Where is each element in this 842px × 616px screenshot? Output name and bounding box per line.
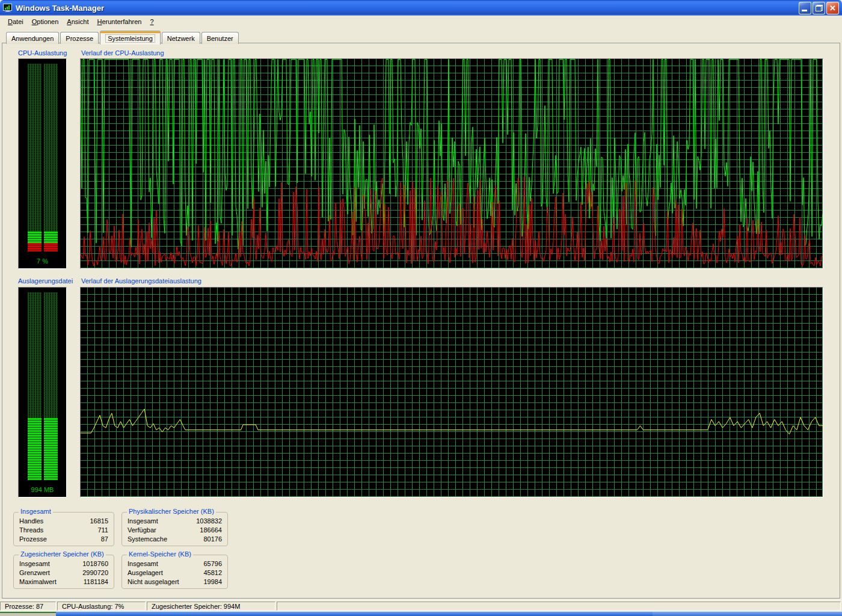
- groupbox-physical-memory: Physikalischer Speicher (KB) Insgesamt10…: [121, 512, 228, 546]
- stat-value: 80176: [203, 535, 222, 543]
- close-icon: ✕: [827, 2, 838, 14]
- menu-datei[interactable]: Datei: [4, 17, 28, 26]
- app-icon: [3, 3, 13, 13]
- restore-button[interactable]: [813, 2, 825, 14]
- stat-label: Ausgelagert: [128, 569, 163, 576]
- taskbar-tray-edge: [653, 612, 842, 616]
- status-commit-charge: Zugesicherter Speicher: 994M: [147, 602, 275, 611]
- titlebar[interactable]: Windows Task-Manager ✕: [0, 0, 842, 16]
- stat-row: Handles16815: [14, 516, 114, 525]
- tab-prozesse[interactable]: Prozesse: [60, 32, 99, 44]
- minimize-button[interactable]: [799, 2, 811, 14]
- stat-row: Systemcache80176: [122, 534, 227, 543]
- groupbox-totals-title: Insgesamt: [19, 508, 53, 515]
- groupbox-physical-memory-title: Physikalischer Speicher (KB): [127, 508, 216, 515]
- stat-label: Nicht ausgelagert: [128, 578, 179, 585]
- tab-benutzer[interactable]: Benutzer: [201, 32, 239, 44]
- cpu-history-label: Verlauf der CPU-Auslastung: [81, 49, 164, 57]
- stat-value: 1038832: [196, 517, 222, 525]
- taskbar-edge: [0, 612, 842, 616]
- stat-value: 16815: [90, 517, 108, 525]
- stat-value: 65796: [203, 560, 222, 567]
- stat-row: Verfügbar186664: [122, 525, 227, 534]
- cpu-gauge-led-columns: [28, 64, 58, 251]
- pagefile-history-chart: [80, 287, 823, 497]
- pagefile-gauge-label: Auslagerungsdatei: [18, 277, 73, 285]
- stat-label: Insgesamt: [19, 560, 50, 567]
- statusbar: Prozesse: 87 CPU-Auslastung: 7% Zugesich…: [0, 600, 842, 612]
- stat-row: Maximalwert1181184: [14, 577, 114, 586]
- groupbox-commit-charge-title: Zugesicherter Speicher (KB): [19, 550, 106, 558]
- status-filler: [277, 602, 841, 611]
- pagefile-gauge: 994 MB: [18, 287, 67, 497]
- stat-label: Insgesamt: [128, 560, 158, 567]
- window-controls: ✕: [799, 2, 839, 14]
- stat-value: 711: [97, 526, 108, 534]
- pagefile-usage-line: [81, 409, 823, 434]
- tabstrip: AnwendungenProzesseSystemleistungNetzwer…: [6, 30, 240, 44]
- tab-label: Netzwerk: [167, 35, 195, 42]
- stat-value: 1018760: [82, 560, 108, 567]
- pagefile-history-plot-area: [81, 288, 823, 497]
- pagefile-value: 994 MB: [19, 486, 66, 493]
- status-cpu-usage: CPU-Auslastung: 7%: [57, 602, 146, 611]
- stat-value: 186664: [200, 526, 222, 534]
- cpu-usage-value: 7 %: [19, 257, 66, 265]
- minimize-icon: [802, 10, 807, 11]
- tab-label: Anwendungen: [11, 35, 54, 42]
- stat-row: Insgesamt65796: [122, 559, 227, 568]
- tab-label: Benutzer: [207, 35, 233, 42]
- start-button-edge: [0, 612, 56, 616]
- cpu-history-chart: [80, 58, 823, 269]
- menubar: DateiOptionenAnsichtHerunterfahren?: [0, 16, 842, 28]
- window-title: Windows Task-Manager: [16, 4, 799, 13]
- menu-optionen[interactable]: Optionen: [28, 17, 63, 26]
- tab-label: Systemleistung: [105, 34, 155, 43]
- stat-label: Systemcache: [128, 535, 167, 543]
- pagefile-history-label: Verlauf der Auslagerungsdateiauslastung: [81, 277, 201, 285]
- groupbox-totals: Insgesamt Handles16815Threads711Prozesse…: [13, 512, 114, 546]
- pagefile-gauge-led-columns: [28, 292, 58, 480]
- groupbox-kernel-memory-title: Kernel-Speicher (KB): [127, 550, 193, 558]
- stat-value: 19984: [203, 578, 222, 585]
- stat-row: Threads711: [14, 525, 114, 534]
- stat-label: Prozesse: [19, 535, 47, 543]
- menu-help[interactable]: ?: [146, 17, 158, 26]
- tab-anwendungen[interactable]: Anwendungen: [6, 32, 59, 44]
- stat-row: Insgesamt1018760: [14, 559, 114, 568]
- windows-task-manager: { "window": { "title": "Windows Task-Man…: [0, 0, 842, 616]
- stat-label: Verfügbar: [128, 526, 156, 534]
- restore-icon: [816, 5, 823, 11]
- cpu-history-plot-area: [81, 59, 823, 268]
- stat-row: Insgesamt1038832: [122, 516, 227, 525]
- menu-herunterfahren[interactable]: Herunterfahren: [93, 17, 146, 26]
- tab-netzwerk[interactable]: Netzwerk: [162, 32, 200, 44]
- stat-label: Grenzwert: [19, 569, 50, 576]
- stat-row: Grenzwert2990720: [14, 568, 114, 577]
- menu-ansicht[interactable]: Ansicht: [63, 17, 93, 26]
- tab-systemleistung[interactable]: Systemleistung: [100, 31, 161, 45]
- tab-label: Prozesse: [66, 35, 93, 42]
- close-button[interactable]: ✕: [826, 2, 839, 14]
- cpu-usage-gauge: 7 %: [18, 58, 67, 269]
- groupbox-kernel-memory: Kernel-Speicher (KB) Insgesamt65796Ausge…: [121, 555, 228, 589]
- stat-label: Insgesamt: [128, 517, 158, 525]
- stat-row: Nicht ausgelagert19984: [122, 577, 227, 586]
- stat-value: 2990720: [82, 569, 108, 576]
- stat-value: 87: [101, 535, 108, 543]
- stat-label: Maximalwert: [19, 578, 57, 585]
- stat-label: Threads: [19, 526, 43, 534]
- stat-label: Handles: [19, 517, 43, 525]
- cpu-gauge-label: CPU-Auslastung: [18, 49, 67, 57]
- groupbox-commit-charge: Zugesicherter Speicher (KB) Insgesamt101…: [13, 555, 114, 589]
- stat-value: 1181184: [84, 578, 108, 585]
- stat-value: 45812: [203, 569, 222, 576]
- status-processes: Prozesse: 87: [0, 602, 56, 611]
- stat-row: Ausgelagert45812: [122, 568, 227, 577]
- stat-row: Prozesse87: [14, 534, 114, 543]
